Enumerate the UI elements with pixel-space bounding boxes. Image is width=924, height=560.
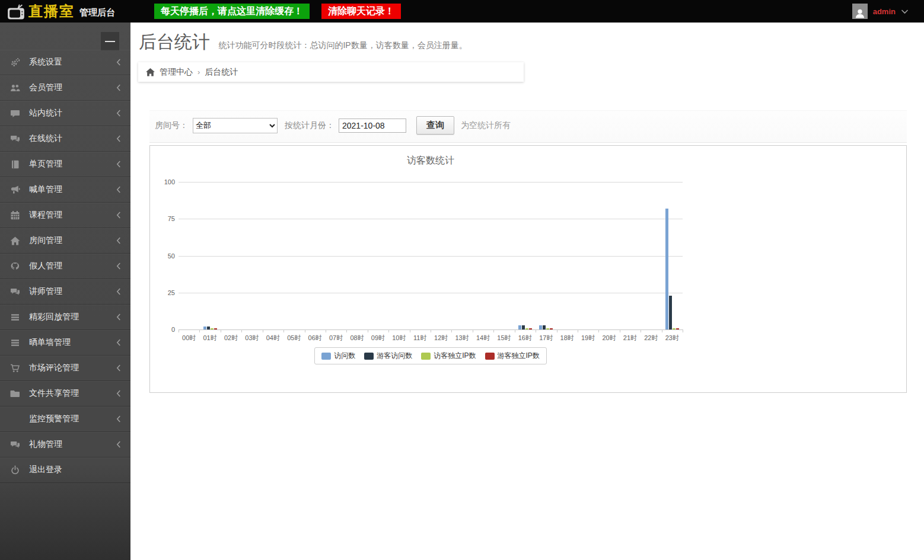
x-axis-label: 16时 — [515, 334, 536, 343]
brand-logo[interactable]: 直播室 管理后台 — [0, 4, 132, 20]
sidebar-item-label: 退出登录 — [29, 465, 62, 475]
legend-swatch — [364, 353, 374, 360]
query-button[interactable]: 查询 — [416, 116, 454, 135]
x-axis-label: 12时 — [431, 334, 451, 343]
chevron-left-icon — [116, 59, 121, 66]
x-axis-tick — [241, 329, 242, 332]
sidebar-item[interactable]: 在线统计 — [0, 126, 130, 152]
filter-bar: 房间号： 全部 按统计月份： 查询 为空统计所有 — [149, 110, 907, 143]
y-axis-label: 0 — [151, 326, 175, 333]
x-axis-label: 00时 — [179, 334, 199, 343]
bar — [665, 209, 668, 329]
sidebar-item[interactable]: 文件共享管理 — [0, 381, 130, 407]
sidebar-item[interactable]: 站内统计 — [0, 101, 130, 126]
sidebar-item[interactable]: 退出登录 — [0, 457, 130, 483]
x-axis-tick — [451, 329, 452, 332]
x-axis-label: 21时 — [620, 334, 641, 343]
chevron-left-icon — [116, 161, 121, 168]
chevron-left-icon — [116, 364, 121, 372]
sidebar-item-label: 站内统计 — [29, 108, 62, 119]
book-icon — [10, 159, 20, 169]
sidebar-item-label: 讲师管理 — [29, 286, 62, 297]
chevron-left-icon — [116, 288, 121, 295]
room-select[interactable]: 全部 — [193, 118, 278, 133]
y-axis-label: 100 — [151, 178, 175, 185]
clear-cache-button[interactable]: 每天停播后，请点这里清除缓存！ — [154, 4, 310, 20]
sidebar-item[interactable]: 礼物管理 — [0, 432, 130, 457]
cart-icon — [10, 363, 20, 373]
sidebar-toggle-button[interactable] — [101, 32, 119, 50]
x-axis-tick — [410, 329, 410, 332]
x-axis-tick — [578, 329, 578, 332]
sidebar-item[interactable]: 房间管理 — [0, 228, 130, 254]
x-axis-tick — [515, 329, 515, 332]
x-axis-tick — [473, 329, 473, 332]
sidebar-item[interactable]: 监控预警管理 — [0, 407, 130, 432]
visitor-chart: 访客数统计 访问数游客访问数访客独立IP数游客独立IP数 02550751000… — [150, 146, 711, 392]
no-icon — [10, 414, 20, 424]
x-axis-tick — [662, 329, 662, 332]
gridline — [179, 182, 683, 183]
x-axis-tick — [557, 329, 557, 332]
legend-label: 游客访问数 — [377, 351, 412, 361]
chart-title: 访客数统计 — [150, 155, 711, 167]
chevron-left-icon — [116, 237, 121, 244]
legend-label: 访问数 — [334, 351, 355, 361]
y-axis-label: 75 — [151, 215, 175, 222]
sidebar-item[interactable]: 喊单管理 — [0, 177, 130, 203]
bar — [211, 328, 214, 329]
sidebar-item[interactable]: 晒单墙管理 — [0, 330, 130, 356]
legend-item[interactable]: 访问数 — [321, 351, 355, 361]
legend-item[interactable]: 游客访问数 — [364, 351, 412, 361]
sidebar-item-label: 单页管理 — [29, 159, 62, 169]
gridline — [179, 256, 683, 257]
sidebar-item[interactable]: 会员管理 — [0, 75, 130, 101]
filter-hint: 为空统计所有 — [461, 120, 511, 131]
x-axis-label: 06时 — [305, 334, 326, 343]
chevron-left-icon — [116, 441, 121, 448]
room-label: 房间号： — [155, 120, 188, 131]
month-input[interactable] — [339, 119, 406, 133]
sidebar-item-label: 喊单管理 — [29, 184, 62, 195]
x-axis-label: 08时 — [346, 334, 367, 343]
breadcrumb-home[interactable]: 管理中心 — [160, 67, 193, 78]
y-axis-label: 50 — [151, 252, 175, 260]
chevron-right-icon: › — [197, 68, 200, 76]
month-label: 按统计月份： — [285, 120, 334, 131]
x-axis-label: 23时 — [662, 334, 683, 343]
sidebar-item[interactable]: 课程管理 — [0, 203, 130, 228]
list-icon — [10, 338, 20, 348]
chevron-left-icon — [116, 415, 121, 423]
legend-item[interactable]: 游客独立IP数 — [485, 351, 540, 361]
legend-item[interactable]: 访客独立IP数 — [421, 351, 476, 361]
sidebar-menu: 系统设置会员管理站内统计在线统计单页管理喊单管理课程管理房间管理假人管理讲师管理… — [0, 50, 130, 483]
breadcrumb-current: 后台统计 — [205, 67, 238, 78]
x-axis-tick — [641, 329, 641, 332]
sidebar-item[interactable]: 单页管理 — [0, 152, 130, 177]
x-axis-tick — [598, 329, 599, 332]
bar — [525, 328, 528, 329]
page-title: 后台统计 — [139, 32, 210, 52]
sidebar-item[interactable]: 系统设置 — [0, 50, 130, 75]
sidebar-item-label: 会员管理 — [29, 82, 62, 93]
sidebar-item[interactable]: 市场评论管理 — [0, 356, 130, 381]
user-menu[interactable]: admin — [852, 4, 909, 19]
sidebar: 系统设置会员管理站内统计在线统计单页管理喊单管理课程管理房间管理假人管理讲师管理… — [0, 23, 130, 560]
x-axis-label: 04时 — [263, 334, 283, 343]
page-header: 后台统计 统计功能可分时段统计：总访问的IP数量，访客数量，会员注册量。 — [130, 23, 924, 55]
sidebar-item[interactable]: 假人管理 — [0, 254, 130, 279]
chevron-left-icon — [116, 135, 121, 142]
sidebar-item-label: 礼物管理 — [29, 439, 62, 450]
comments-icon — [10, 134, 20, 144]
comment-icon — [10, 108, 20, 119]
sidebar-item[interactable]: 精彩回放管理 — [0, 305, 130, 330]
x-axis-tick — [221, 329, 221, 332]
y-axis-label: 25 — [151, 289, 175, 296]
x-axis-tick — [326, 329, 326, 332]
topbar: 直播室 管理后台 每天停播后，请点这里清除缓存！ 清除聊天记录！ admin — [0, 0, 924, 23]
bar — [676, 328, 679, 329]
clear-chat-button[interactable]: 清除聊天记录！ — [321, 4, 401, 20]
sidebar-item[interactable]: 讲师管理 — [0, 279, 130, 305]
page-subtitle: 统计功能可分时段统计：总访问的IP数量，访客数量，会员注册量。 — [218, 40, 467, 50]
bar — [539, 325, 542, 329]
